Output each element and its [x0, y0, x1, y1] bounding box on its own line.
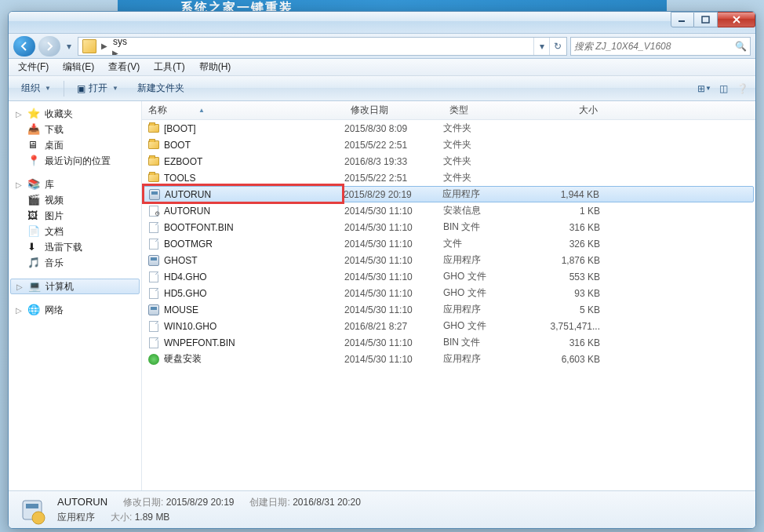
file-name: GHOST [164, 255, 344, 266]
file-row[interactable]: BOOTFONT.BIN2014/5/30 11:10BIN 文件316 KB [142, 219, 755, 235]
file-name: [BOOT] [164, 123, 344, 134]
breadcrumb-dropdown[interactable]: ▾ [533, 38, 549, 55]
file-type: 应用程序 [443, 253, 534, 267]
file-size: 3,751,471... [534, 321, 600, 332]
search-box[interactable]: 🔍 [570, 37, 751, 56]
download-icon: 📥 [27, 123, 40, 136]
new-folder-button[interactable]: 新建文件夹 [131, 79, 191, 97]
organize-button[interactable]: 组织▼ [15, 79, 57, 97]
tree-label: 计算机 [45, 280, 74, 293]
view-options-button[interactable]: ⊞ ▼ [697, 82, 711, 96]
explorer-window: ▾ ▶ 计算机▶Seagate Backup Plus Drive (E:)▶s… [8, 11, 756, 529]
tree-item[interactable]: ▷⭐收藏夹 [9, 106, 141, 122]
file-date: 2014/5/30 11:10 [344, 304, 443, 315]
column-date[interactable]: 修改日期 [344, 104, 443, 117]
file-row[interactable]: 硬盘安装2014/5/30 11:10应用程序6,603 KB [142, 351, 755, 367]
file-size: 1,944 KB [533, 189, 599, 200]
search-input[interactable] [574, 41, 735, 52]
file-row[interactable]: EZBOOT2016/8/3 19:33文件夹 [142, 153, 755, 169]
file-type: 文件夹 [443, 155, 534, 168]
file-row[interactable]: BOOT2015/5/22 2:51文件夹 [142, 137, 755, 153]
file-row[interactable]: [BOOT]2015/8/30 8:09文件夹 [142, 120, 755, 137]
close-button[interactable] [718, 12, 755, 27]
file-name: BOOT [164, 140, 344, 151]
folder-icon [147, 172, 161, 184]
toolbar: 组织▼ ▣打开▼ 新建文件夹 ⊞ ▼ ◫ ❔ [9, 76, 755, 101]
tree-item[interactable]: ⬇迅雷下载 [9, 239, 141, 255]
file-row[interactable]: MOUSE2014/5/30 11:10应用程序5 KB [142, 301, 755, 318]
menu-tools[interactable]: 工具(T) [147, 59, 191, 75]
tree-item[interactable]: 🖥桌面 [9, 137, 141, 153]
titlebar[interactable] [9, 12, 755, 34]
help-button[interactable]: ❔ [735, 82, 749, 96]
preview-pane-button[interactable]: ◫ [716, 82, 730, 96]
file-date: 2015/8/29 20:19 [344, 189, 442, 200]
back-button[interactable] [13, 36, 35, 56]
file-name: 硬盘安装 [164, 352, 344, 366]
forward-button[interactable] [38, 36, 60, 56]
breadcrumb-segment[interactable]: sys [110, 37, 249, 48]
menu-edit[interactable]: 编辑(E) [56, 59, 100, 75]
tree-item[interactable]: 📥下载 [9, 122, 141, 137]
expand-icon[interactable]: ▷ [16, 282, 24, 291]
file-icon [147, 287, 161, 300]
picture-icon: 🖼 [27, 210, 40, 222]
file-row[interactable]: AUTORUN2014/5/30 11:10安装信息1 KB [142, 202, 755, 219]
svg-rect-1 [702, 16, 709, 23]
minimize-button[interactable] [671, 12, 694, 27]
tree-item[interactable]: 📍最近访问的位置 [9, 153, 141, 169]
breadcrumb[interactable]: ▶ 计算机▶Seagate Backup Plus Drive (E:)▶sys… [78, 37, 567, 56]
file-name: MOUSE [164, 304, 344, 315]
column-size[interactable]: 大小 [534, 104, 605, 117]
file-type: 应用程序 [442, 188, 533, 201]
tree-item[interactable]: ▷💻计算机 [10, 279, 140, 294]
expand-icon[interactable]: ▷ [15, 306, 23, 315]
file-name: HD5.GHO [164, 288, 344, 299]
file-date: 2014/5/30 11:10 [344, 288, 443, 299]
chevron-right-icon[interactable]: ▶ [99, 42, 110, 50]
file-size: 1 KB [534, 206, 600, 217]
maximize-button[interactable] [694, 12, 718, 27]
tree-item[interactable]: ▷📚库 [9, 177, 141, 192]
refresh-button[interactable]: ↻ [549, 38, 565, 55]
file-row[interactable]: HD4.GHO2014/5/30 11:10GHO 文件553 KB [142, 268, 755, 285]
navigation-tree[interactable]: ▷⭐收藏夹📥下载🖥桌面📍最近访问的位置▷📚库🎬视频🖼图片📄文档⬇迅雷下载🎵音乐▷… [9, 101, 142, 490]
file-size: 326 KB [534, 239, 600, 250]
menu-file[interactable]: 文件(F) [12, 59, 55, 75]
file-row[interactable]: BOOTMGR2014/5/30 11:10文件326 KB [142, 235, 755, 252]
file-name: TOOLS [164, 173, 344, 184]
tree-item[interactable]: 🎬视频 [9, 192, 141, 208]
open-button[interactable]: ▣打开▼ [71, 79, 125, 97]
expand-icon[interactable]: ▷ [15, 180, 23, 189]
open-icon: ▣ [77, 83, 85, 94]
tree-item[interactable]: 📄文档 [9, 224, 141, 239]
history-dropdown[interactable]: ▾ [64, 37, 75, 56]
file-type: 安装信息 [443, 204, 534, 217]
music-icon: 🎵 [27, 257, 40, 269]
tree-item[interactable]: ▷🌐网络 [9, 302, 141, 318]
tree-label: 音乐 [45, 257, 64, 270]
file-row[interactable]: AUTORUN2015/8/29 20:19应用程序1,944 KB [144, 186, 754, 202]
menu-view[interactable]: 查看(V) [102, 59, 146, 75]
chevron-right-icon[interactable]: ▶ [110, 49, 121, 56]
search-icon[interactable]: 🔍 [735, 41, 747, 52]
file-row[interactable]: GHOST2014/5/30 11:10应用程序1,876 KB [142, 252, 755, 268]
column-headers[interactable]: 名称▲ 修改日期 类型 大小 [142, 101, 755, 120]
tree-item[interactable]: 🎵音乐 [9, 255, 141, 271]
tree-label: 最近访问的位置 [45, 155, 111, 168]
tree-item[interactable]: 🖼图片 [9, 208, 141, 224]
file-row[interactable]: TOOLS2015/5/22 2:51文件夹 [142, 169, 755, 186]
file-type: 文件 [443, 237, 534, 250]
file-row[interactable]: WNPEFONT.BIN2014/5/30 11:10BIN 文件316 KB [142, 334, 755, 351]
file-row[interactable]: WIN10.GHO2016/8/21 8:27GHO 文件3,751,471..… [142, 318, 755, 334]
file-date: 2014/5/30 11:10 [344, 354, 443, 365]
desktop-icon: 🖥 [27, 139, 40, 151]
file-row[interactable]: HD5.GHO2014/5/30 11:10GHO 文件93 KB [142, 285, 755, 301]
file-size: 6,603 KB [534, 354, 600, 365]
column-type[interactable]: 类型 [443, 104, 534, 117]
menu-help[interactable]: 帮助(H) [193, 59, 238, 75]
column-name[interactable]: 名称▲ [142, 104, 344, 117]
file-size: 553 KB [534, 271, 600, 282]
expand-icon[interactable]: ▷ [15, 110, 23, 118]
statusbar: AUTORUN 修改日期: 2015/8/29 20:19 创建日期: 2016… [9, 490, 755, 528]
